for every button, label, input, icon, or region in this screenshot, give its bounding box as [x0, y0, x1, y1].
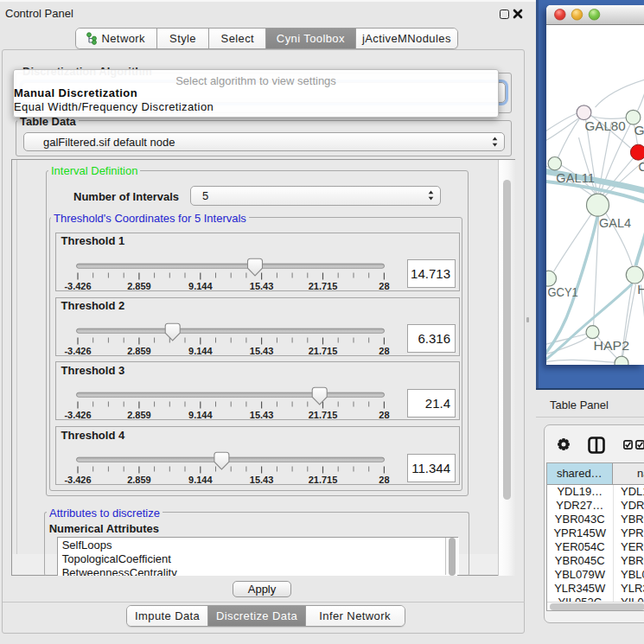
- svg-text:-3.426: -3.426: [64, 281, 91, 291]
- svg-text:21.715: 21.715: [308, 475, 337, 485]
- svg-text:9.144: 9.144: [188, 410, 213, 420]
- svg-text:-3.426: -3.426: [64, 410, 91, 420]
- svg-text:9.144: 9.144: [188, 475, 213, 485]
- svg-text:-3.426: -3.426: [64, 346, 91, 356]
- svg-text:15.43: 15.43: [249, 346, 273, 356]
- svg-text:28: 28: [379, 475, 389, 485]
- svg-text:-3.426: -3.426: [64, 475, 91, 485]
- svg-text:GAL80: GAL80: [584, 118, 626, 133]
- svg-text:2.859: 2.859: [127, 475, 151, 485]
- svg-text:GAL11: GAL11: [556, 169, 595, 184]
- svg-text:15.43: 15.43: [249, 475, 273, 485]
- svg-text:21.715: 21.715: [308, 281, 337, 291]
- svg-text:9.144: 9.144: [188, 346, 213, 356]
- svg-text:28: 28: [379, 410, 389, 420]
- svg-text:28: 28: [379, 281, 389, 291]
- svg-text:GAL4: GAL4: [599, 215, 631, 230]
- svg-text:HAP2: HAP2: [593, 338, 629, 353]
- svg-text:21.715: 21.715: [308, 410, 337, 420]
- svg-text:21.715: 21.715: [308, 346, 337, 356]
- svg-text:2.859: 2.859: [127, 281, 151, 291]
- svg-text:GAL3: GAL3: [634, 123, 644, 137]
- svg-text:HIS4: HIS4: [637, 282, 644, 296]
- svg-text:15.43: 15.43: [249, 281, 273, 291]
- svg-text:9.144: 9.144: [188, 281, 213, 291]
- svg-text:2.859: 2.859: [127, 410, 151, 420]
- svg-text:GCY1: GCY1: [547, 284, 577, 299]
- svg-text:28: 28: [379, 346, 389, 356]
- svg-text:CDC2: CDC2: [638, 159, 644, 174]
- svg-text:2.859: 2.859: [127, 346, 151, 356]
- svg-text:15.43: 15.43: [249, 410, 273, 420]
